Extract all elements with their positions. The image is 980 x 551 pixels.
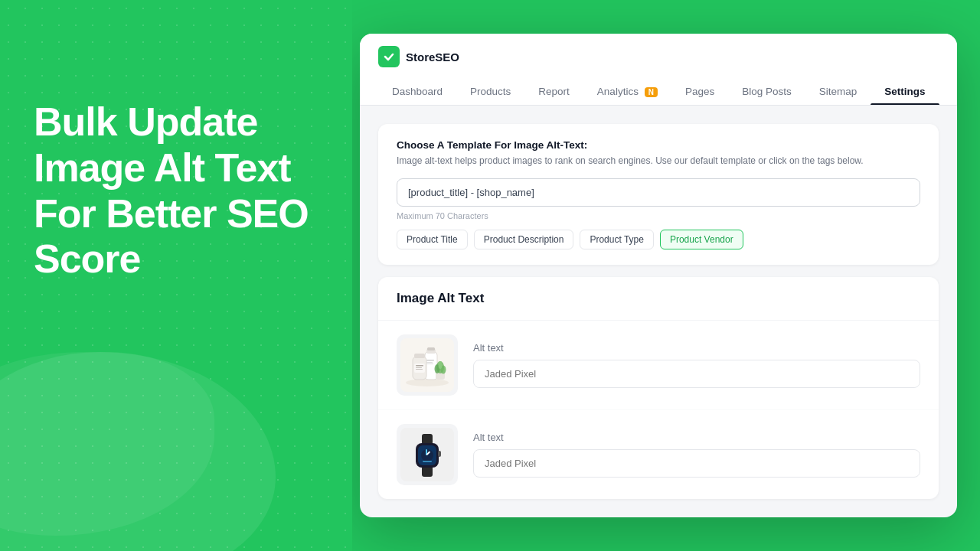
template-section: Choose A Template For Image Alt-Text: Im… [378, 124, 939, 265]
nav-item-blog-posts[interactable]: Blog Posts [728, 78, 805, 105]
svg-point-1 [406, 379, 449, 386]
main-content: Choose A Template For Image Alt-Text: Im… [360, 106, 957, 517]
svg-point-18 [439, 361, 443, 369]
tag-row: Product Title Product Description Produc… [397, 230, 920, 249]
svg-rect-13 [416, 369, 423, 370]
product-image-1 [397, 334, 458, 396]
logo-row: StoreSEO [378, 46, 939, 67]
app-window: StoreSEO Dashboard Products Report Analy… [360, 34, 957, 517]
template-description: Image alt-text helps product images to r… [397, 154, 920, 168]
main-headline: Bulk Update Image Alt Text For Better SE… [34, 99, 329, 282]
nav-item-pages[interactable]: Pages [671, 78, 728, 105]
svg-rect-12 [416, 367, 422, 368]
svg-rect-11 [416, 365, 423, 367]
nav-item-products[interactable]: Products [456, 78, 524, 105]
template-title: Choose A Template For Image Alt-Text: [397, 139, 920, 151]
product-2-content: Alt text [473, 432, 920, 478]
analytics-badge: N [645, 87, 658, 97]
svg-rect-28 [438, 451, 441, 457]
logo-icon [378, 46, 400, 67]
image-alt-text-header: Image Alt Text [378, 277, 939, 321]
nav-item-analytics[interactable]: Analytics N [583, 78, 671, 105]
product-image-2 [397, 424, 458, 485]
alt-text-input-1[interactable] [473, 360, 920, 388]
nav-item-settings[interactable]: Settings [871, 78, 939, 105]
product-row-1: Alt text [378, 321, 939, 410]
image-alt-text-title: Image Alt Text [397, 291, 920, 306]
top-bar: StoreSEO Dashboard Products Report Analy… [360, 34, 957, 106]
template-card: Choose A Template For Image Alt-Text: Im… [378, 124, 939, 265]
svg-rect-5 [426, 360, 434, 361]
tag-product-vendor[interactable]: Product Vendor [660, 230, 743, 249]
right-panel: StoreSEO Dashboard Products Report Analy… [352, 0, 980, 551]
left-panel: Bulk Update Image Alt Text For Better SE… [0, 0, 352, 551]
nav-item-dashboard[interactable]: Dashboard [378, 78, 456, 105]
svg-rect-4 [427, 347, 435, 350]
svg-rect-7 [426, 364, 433, 364]
svg-rect-6 [426, 362, 433, 363]
svg-rect-9 [414, 354, 425, 358]
svg-rect-27 [423, 461, 432, 462]
tag-product-type[interactable]: Product Type [580, 230, 654, 249]
image-alt-text-card: Image Alt Text [378, 277, 939, 499]
svg-rect-21 [422, 466, 433, 477]
main-nav: Dashboard Products Report Analytics N Pa… [378, 78, 939, 105]
tag-product-title[interactable]: Product Title [397, 230, 468, 249]
nav-item-report[interactable]: Report [524, 78, 583, 105]
alt-text-label-1: Alt text [473, 342, 920, 354]
svg-rect-20 [422, 434, 433, 445]
char-limit-label: Maximum 70 Characters [397, 211, 920, 220]
tag-product-description[interactable]: Product Description [474, 230, 574, 249]
product-row-2: Alt text [378, 410, 939, 499]
alt-text-input-2[interactable] [473, 449, 920, 478]
alt-text-label-2: Alt text [473, 432, 920, 443]
product-1-content: Alt text [473, 342, 920, 388]
logo-text: StoreSEO [406, 51, 459, 64]
template-input[interactable] [397, 178, 920, 207]
nav-item-sitemap[interactable]: Sitemap [805, 78, 871, 105]
